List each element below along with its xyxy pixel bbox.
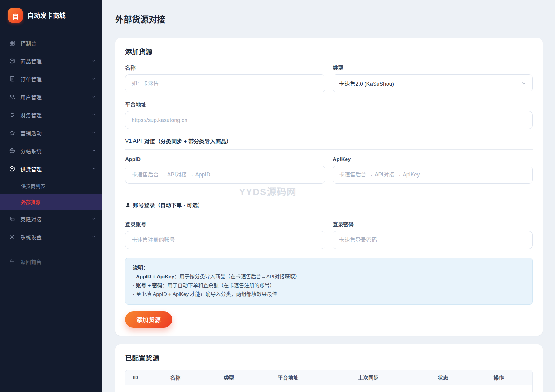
package-icon bbox=[9, 165, 15, 172]
col-id: ID bbox=[125, 375, 153, 381]
add-source-card-title: 添加货源 bbox=[125, 46, 533, 56]
dollar-icon bbox=[9, 111, 15, 118]
sidebar-item-label: 财务管理 bbox=[20, 111, 87, 119]
apikey-field-group: ApiKey bbox=[333, 156, 533, 184]
account-field-group: 登录账号 bbox=[125, 220, 325, 249]
chevron-down-icon bbox=[92, 131, 96, 135]
account-label: 登录账号 bbox=[125, 220, 325, 228]
password-label: 登录密码 bbox=[333, 220, 533, 228]
chevron-down-icon bbox=[92, 95, 96, 99]
sidebar-item-back-to-front[interactable]: 返回前台 bbox=[0, 253, 102, 271]
type-field-group: 类型 卡速售2.0 (KaSuShou) bbox=[333, 63, 533, 92]
appid-label: AppID bbox=[125, 156, 325, 163]
note-line: · 至少填 AppID + ApiKey 才能正确导入分类，两组都填效果最佳 bbox=[133, 290, 525, 298]
chevron-down-icon bbox=[92, 77, 96, 81]
sidebar-subitem-external-sources[interactable]: 外部货源 bbox=[0, 194, 102, 210]
app-window: 自 自动发卡商城 控制台 商品管理 订单管理 bbox=[0, 0, 555, 392]
chevron-down-icon bbox=[92, 235, 96, 239]
chevron-down-icon bbox=[92, 59, 96, 63]
sidebar-item-label: 克隆对接 bbox=[20, 215, 87, 223]
sidebar: 自 自动发卡商城 控制台 商品管理 订单管理 bbox=[0, 0, 102, 392]
chevron-down-icon bbox=[92, 217, 96, 221]
name-input[interactable] bbox=[125, 74, 325, 92]
note-line: · AppID + ApiKey：用于按分类导入商品（在卡速售后台→API对接获… bbox=[133, 272, 525, 281]
sidebar-item-substations[interactable]: 分站系统 bbox=[0, 142, 102, 160]
sidebar-item-clone[interactable]: 克隆对接 bbox=[0, 210, 102, 228]
configured-sources-title: 已配置货源 bbox=[125, 352, 533, 362]
login-section-header: 账号登录（自动下单 · 可选） bbox=[125, 201, 533, 213]
page-title: 外部货源对接 bbox=[115, 13, 543, 25]
platform-label: 平台地址 bbox=[125, 100, 533, 108]
account-input[interactable] bbox=[125, 231, 325, 249]
chevron-down-icon bbox=[521, 81, 526, 86]
configured-sources-card: 已配置货源 ID 名称 类型 平台地址 上次同步 状态 操作 暂无货源，请先添加 bbox=[115, 344, 543, 392]
users-icon bbox=[9, 94, 15, 100]
gear-icon bbox=[9, 233, 15, 240]
password-input[interactable] bbox=[333, 231, 533, 249]
chevron-down-icon bbox=[92, 149, 96, 153]
name-label: 名称 bbox=[125, 63, 325, 71]
chevron-up-icon bbox=[92, 167, 96, 171]
arrow-left-icon bbox=[9, 258, 15, 265]
document-icon bbox=[9, 76, 15, 82]
name-field-group: 名称 bbox=[125, 63, 325, 92]
app-title: 自动发卡商城 bbox=[28, 11, 66, 20]
chevron-down-icon bbox=[92, 113, 96, 117]
type-select[interactable]: 卡速售2.0 (KaSuShou) bbox=[333, 74, 533, 92]
apikey-input[interactable] bbox=[333, 166, 533, 184]
sidebar-item-label: 系统设置 bbox=[20, 233, 87, 241]
logo-icon: 自 bbox=[8, 8, 23, 23]
box-icon bbox=[9, 58, 15, 64]
sidebar-item-products[interactable]: 商品管理 bbox=[0, 52, 102, 70]
star-icon bbox=[9, 129, 15, 136]
note-box: 说明： · AppID + ApiKey：用于按分类导入商品（在卡速售后台→AP… bbox=[125, 258, 533, 305]
main-content: 外部货源对接 添加货源 名称 类型 卡速售2.0 (KaSuShou) 平台 bbox=[102, 0, 555, 392]
sidebar-item-dashboard[interactable]: 控制台 bbox=[0, 34, 102, 52]
sidebar-item-label: 商品管理 bbox=[20, 57, 87, 65]
api-section-prefix: V1 API bbox=[125, 138, 142, 144]
sidebar-item-label: 营销活动 bbox=[20, 129, 87, 137]
type-label: 类型 bbox=[333, 63, 533, 71]
sidebar-item-label: 返回前台 bbox=[20, 258, 42, 266]
globe-icon bbox=[9, 147, 15, 154]
col-type: 类型 bbox=[197, 374, 260, 381]
platform-field-group: 平台地址 bbox=[125, 100, 533, 129]
col-platform: 平台地址 bbox=[260, 374, 316, 381]
appid-field-group: AppID bbox=[125, 156, 325, 184]
table-header-row: ID 名称 类型 平台地址 上次同步 状态 操作 bbox=[125, 370, 532, 385]
sidebar-item-label: 用户管理 bbox=[20, 93, 87, 101]
login-section-title: 账号登录（自动下单 · 可选） bbox=[133, 201, 203, 209]
apikey-label: ApiKey bbox=[333, 156, 533, 163]
type-select-value: 卡速售2.0 (KaSuShou) bbox=[339, 80, 394, 87]
sidebar-item-supply[interactable]: 供货管理 bbox=[0, 160, 102, 178]
sidebar-item-marketing[interactable]: 营销活动 bbox=[0, 124, 102, 142]
logo: 自 自动发卡商城 bbox=[0, 0, 102, 31]
sidebar-item-label: 供货管理 bbox=[20, 165, 87, 173]
note-title: 说明： bbox=[133, 264, 525, 272]
sidebar-item-label: 订单管理 bbox=[20, 75, 87, 83]
sidebar-item-label: 控制台 bbox=[20, 39, 96, 47]
col-name: 名称 bbox=[153, 374, 197, 381]
col-actions: 操作 bbox=[465, 374, 532, 381]
col-status: 状态 bbox=[421, 374, 465, 381]
sidebar-item-finance[interactable]: 财务管理 bbox=[0, 106, 102, 124]
sources-table: ID 名称 类型 平台地址 上次同步 状态 操作 暂无货源，请先添加 bbox=[125, 370, 533, 392]
person-icon bbox=[125, 202, 131, 208]
copy-icon bbox=[9, 216, 15, 222]
appid-input[interactable] bbox=[125, 166, 325, 184]
password-field-group: 登录密码 bbox=[333, 220, 533, 249]
sidebar-item-settings[interactable]: 系统设置 bbox=[0, 228, 102, 246]
platform-input[interactable] bbox=[125, 111, 533, 129]
sidebar-item-users[interactable]: 用户管理 bbox=[0, 88, 102, 106]
sidebar-item-orders[interactable]: 订单管理 bbox=[0, 70, 102, 88]
sidebar-item-label: 外部货源 bbox=[21, 198, 40, 205]
dashboard-grid-icon bbox=[9, 40, 15, 46]
api-section-title: 对接（分类同步 + 带分类导入商品） bbox=[144, 137, 232, 145]
col-last-sync: 上次同步 bbox=[316, 374, 421, 381]
empty-state: 暂无货源，请先添加 bbox=[125, 385, 532, 392]
sidebar-nav: 控制台 商品管理 订单管理 用户管理 bbox=[0, 31, 102, 392]
sidebar-subitem-supplier-list[interactable]: 供货商列表 bbox=[0, 178, 102, 194]
add-source-button[interactable]: 添加货源 bbox=[125, 311, 172, 328]
add-source-card: 添加货源 名称 类型 卡速售2.0 (KaSuShou) 平台地址 bbox=[115, 38, 543, 336]
sidebar-item-label: 分站系统 bbox=[20, 147, 87, 155]
